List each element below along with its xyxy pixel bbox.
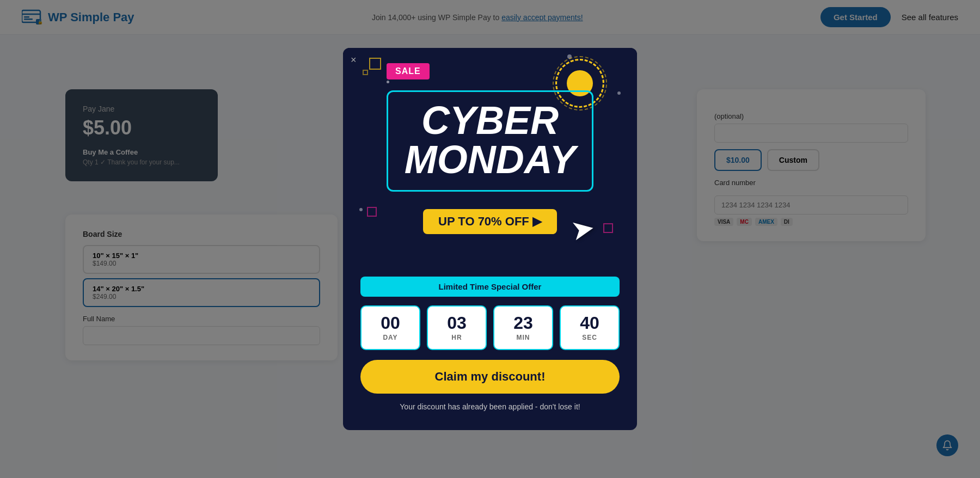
countdown-seconds-number: 40	[561, 314, 618, 332]
deco-square-2	[363, 70, 368, 75]
discount-applied-text: Your discount has already been applied -…	[360, 401, 620, 413]
deco-dot-4	[617, 91, 621, 95]
countdown-days: 00 DAY	[360, 305, 420, 350]
discount-area: UP TO 70% OFF ▶ ➤	[423, 200, 557, 234]
cyber-text-line2: MONDAY	[403, 140, 577, 179]
countdown-minutes-label: MIN	[494, 334, 552, 341]
deco-dot-3	[359, 208, 363, 211]
countdown-hours: 03 HR	[427, 305, 487, 350]
cyber-text-line1: CYBER	[403, 101, 577, 140]
modal-overlay: × SALE CYBER MONDAY	[0, 0, 980, 478]
countdown-minutes: 23 MIN	[493, 305, 553, 350]
countdown-days-label: DAY	[362, 334, 419, 341]
countdown-minutes-number: 23	[494, 314, 552, 332]
deco-square-4	[603, 223, 613, 233]
limited-offer-bar: Limited Time Special Offer	[360, 277, 620, 297]
countdown-hours-label: HR	[428, 334, 486, 341]
discount-bar: UP TO 70% OFF ▶	[423, 209, 557, 234]
deco-dot-2	[387, 81, 389, 83]
modal-close-button[interactable]: ×	[351, 54, 357, 66]
discount-text: UP TO 70% OFF ▶	[438, 215, 542, 229]
cursor-arrow-icon: ➤	[568, 211, 598, 247]
cyber-monday-box: CYBER MONDAY	[387, 90, 593, 192]
countdown-seconds-label: SEC	[561, 334, 618, 341]
deco-square-1	[369, 58, 381, 70]
countdown-hours-number: 03	[428, 314, 486, 332]
countdown-timer: 00 DAY 03 HR 23 MIN 40 SEC	[360, 305, 620, 350]
countdown-seconds: 40 SEC	[560, 305, 620, 350]
modal-header: SALE CYBER MONDAY UP TO 70% OFF ▶ ➤	[343, 48, 637, 266]
sale-badge: SALE	[387, 63, 430, 79]
countdown-days-number: 00	[362, 314, 419, 332]
deco-square-3	[367, 207, 377, 217]
claim-discount-button[interactable]: Claim my discount!	[360, 360, 620, 394]
sale-modal: × SALE CYBER MONDAY	[343, 48, 637, 430]
